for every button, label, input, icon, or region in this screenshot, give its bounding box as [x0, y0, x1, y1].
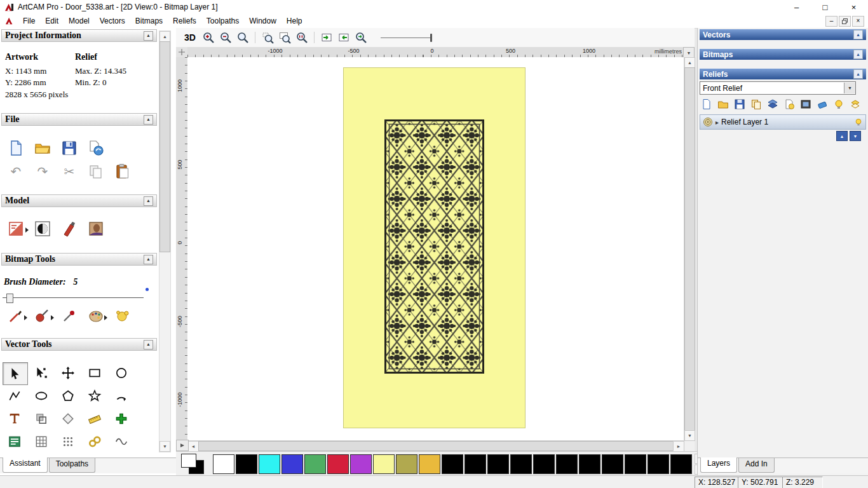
close-button[interactable]: ×	[839, 0, 868, 14]
scrollbar-thumb[interactable]	[198, 441, 674, 451]
palette-swatch-7[interactable]	[373, 454, 395, 474]
envelope-tool-button[interactable]	[109, 431, 133, 452]
zoom-out-button[interactable]	[218, 30, 233, 45]
tab-add-in[interactable]: Add In	[738, 458, 775, 473]
collapse-icon[interactable]: ▲	[144, 115, 153, 125]
vertical-scrollbar[interactable]: ▲ ▼	[684, 57, 695, 441]
relief-select[interactable]: Front Relief ▼	[700, 81, 856, 95]
primary-secondary-colour-swatch[interactable]	[181, 454, 207, 474]
offset-vectors-tool-button[interactable]	[29, 408, 53, 430]
collapse-icon[interactable]: ▲	[853, 69, 863, 79]
menu-item-vectors[interactable]: Vectors	[95, 15, 130, 27]
palette-swatch-4[interactable]	[304, 454, 326, 474]
draw-button[interactable]	[33, 306, 52, 325]
menu-item-file[interactable]: File	[18, 15, 40, 27]
flyout-arrow-icon[interactable]	[25, 227, 29, 233]
pane-split-button[interactable]	[176, 440, 189, 451]
menu-item-toolpaths[interactable]: Toolpaths	[201, 15, 244, 27]
flyout-arrow-icon[interactable]	[24, 315, 27, 320]
save-model-button[interactable]	[60, 139, 79, 158]
nesting-tool-button[interactable]	[56, 431, 80, 452]
cut-button[interactable]: ✂	[60, 162, 79, 181]
flyout-arrow-icon[interactable]	[51, 315, 54, 320]
flyout-arrow-icon[interactable]	[104, 315, 107, 320]
mdi-restore-button[interactable]	[839, 16, 851, 27]
scroll-up-button[interactable]: ▲	[684, 57, 695, 68]
minimize-button[interactable]: –	[782, 0, 811, 14]
tab-toolpaths[interactable]: Toolpaths	[49, 458, 95, 473]
zoom-fit-button[interactable]	[277, 30, 292, 45]
bitmaps-panel-header[interactable]: Bitmaps ▲	[700, 49, 866, 60]
palette-swatch-1[interactable]	[236, 454, 257, 474]
scroll-right-button[interactable]: ►	[673, 441, 684, 452]
reliefs-panel-header[interactable]: Reliefs ▲	[700, 69, 866, 79]
scroll-down-button[interactable]: ▼	[159, 441, 170, 452]
scroll-down-button[interactable]: ▼	[684, 430, 695, 441]
arc-tool-button[interactable]	[109, 385, 133, 407]
text-block-tool-button[interactable]	[3, 431, 27, 452]
greyscale-model-button[interactable]	[33, 219, 52, 238]
assistant-scrollbar[interactable]: ▲ ▼	[159, 30, 171, 452]
menu-item-window[interactable]: Window	[244, 15, 281, 27]
palette-swatch-17[interactable]	[602, 454, 623, 474]
brush-diameter-slider-track[interactable]	[3, 297, 144, 298]
polygon-tool-button[interactable]	[56, 385, 80, 407]
menu-item-model[interactable]: Model	[64, 15, 95, 27]
palette-swatch-8[interactable]	[396, 454, 417, 474]
zoom-actual-button[interactable]	[294, 30, 309, 45]
layer-expander-icon[interactable]: ▸	[715, 119, 719, 126]
highlight-layer-button[interactable]	[832, 98, 845, 111]
palette-button[interactable]	[86, 306, 105, 325]
redo-button[interactable]: ↷	[33, 162, 52, 181]
model-section-header[interactable]: Model ▲	[1, 194, 157, 207]
open-model-button[interactable]	[33, 139, 52, 158]
zoom-slider-handle[interactable]	[430, 34, 432, 42]
layer-visibility-icon[interactable]	[854, 118, 863, 126]
merge-layers-button[interactable]	[849, 98, 862, 111]
palette-swatch-0[interactable]	[213, 454, 234, 474]
new-model-button[interactable]	[6, 139, 25, 158]
paste-layer-button[interactable]	[783, 98, 796, 111]
palette-swatch-3[interactable]	[281, 454, 303, 474]
collapse-icon[interactable]: ▲	[144, 31, 153, 41]
undo-button[interactable]: ↶	[6, 162, 25, 181]
ruler-origin-button[interactable]	[176, 47, 188, 58]
preview-layer-button[interactable]	[799, 98, 812, 111]
pan-left-button[interactable]	[336, 30, 351, 45]
palette-swatch-12[interactable]	[487, 454, 509, 474]
scroll-left-button[interactable]: ◄	[187, 441, 199, 452]
palette-swatch-14[interactable]	[533, 454, 555, 474]
model-artboard[interactable]	[343, 67, 526, 428]
scroll-up-button[interactable]: ▲	[159, 31, 170, 42]
scrollbar-thumb[interactable]	[159, 41, 170, 252]
vectors-panel-header[interactable]: Vectors ▲	[700, 29, 866, 40]
import-model-button[interactable]	[86, 139, 105, 158]
gears-tool-button[interactable]	[83, 431, 107, 452]
collapse-icon[interactable]: ▲	[144, 196, 153, 206]
measure-tool-button[interactable]	[83, 408, 107, 430]
palette-swatch-18[interactable]	[625, 454, 646, 474]
menu-item-bitmaps[interactable]: Bitmaps	[130, 15, 168, 27]
file-section-header[interactable]: File ▲	[1, 113, 157, 126]
transform-tool-button[interactable]	[56, 362, 80, 384]
move-layer-up-button[interactable]: ▲	[836, 131, 848, 141]
set-model-size-button[interactable]	[6, 219, 25, 238]
photo-relief-button[interactable]	[86, 219, 105, 238]
scrollbar-thumb[interactable]	[684, 67, 695, 431]
open-layer-button[interactable]	[717, 98, 729, 111]
menu-item-edit[interactable]: Edit	[40, 15, 64, 27]
delete-layer-button[interactable]	[816, 98, 829, 111]
palette-swatch-20[interactable]	[670, 454, 692, 474]
stack-layers-button[interactable]	[766, 98, 779, 111]
palette-swatch-10[interactable]	[442, 454, 463, 474]
pan-right-button[interactable]	[319, 30, 334, 45]
zoom-objects-button[interactable]	[353, 30, 369, 45]
paint-button[interactable]	[6, 306, 25, 325]
zoom-box-button[interactable]	[260, 30, 275, 45]
select-tool-button[interactable]	[3, 362, 28, 385]
maximize-button[interactable]: □	[811, 0, 839, 14]
zoom-in-button[interactable]	[201, 30, 216, 45]
palette-swatch-11[interactable]	[465, 454, 486, 474]
rectangle-tool-button[interactable]	[83, 362, 107, 384]
mdi-close-button[interactable]: ×	[852, 16, 864, 27]
